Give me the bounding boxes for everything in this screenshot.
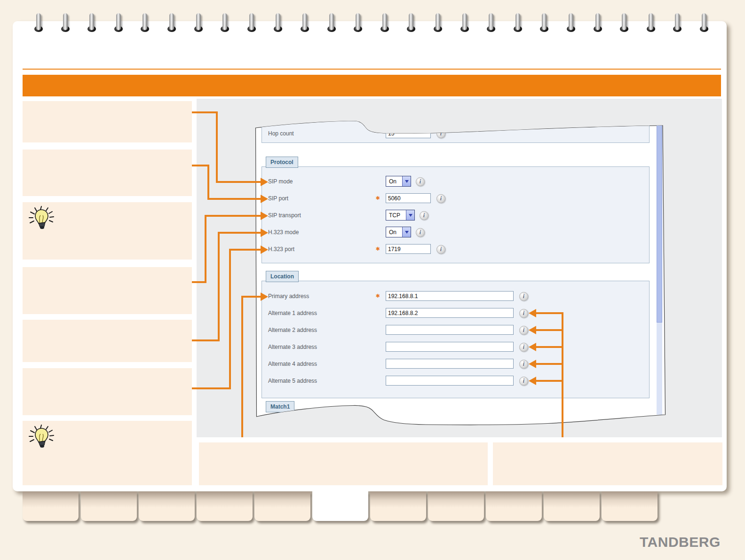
h323-mode-select[interactable]: On (386, 227, 411, 237)
binder-ring (513, 13, 523, 33)
info-icon[interactable]: i (436, 245, 445, 254)
field-row-h323-mode: H.323 mode On i (262, 226, 649, 238)
field-row-alternate-4-address: Alternate 4 address i (262, 358, 649, 370)
alternate-5-address-input[interactable] (386, 376, 514, 386)
arrowhead-alternate-5 (529, 377, 536, 385)
binder-ring (247, 13, 256, 33)
index-tab-6-active[interactable] (312, 491, 368, 521)
binder-ring (406, 13, 416, 33)
index-tab-11[interactable] (602, 491, 658, 521)
arrowhead-sip-transport (261, 212, 268, 220)
info-icon[interactable]: i (519, 309, 528, 318)
document-page: Protocol Location Match1 Hop count i SIP… (0, 0, 745, 560)
binder-ring (273, 13, 283, 33)
arrowhead-alternate-4 (529, 360, 536, 368)
field-label: SIP mode (268, 178, 293, 185)
match1-legend: Match1 (266, 401, 294, 412)
index-tab-3[interactable] (139, 491, 195, 521)
bottom-note-right (493, 442, 722, 485)
field-row-sip-port: SIP port ✱ i (262, 192, 649, 205)
sip-transport-select[interactable]: TCP (386, 210, 415, 221)
arrowhead-alternate-2 (529, 326, 536, 334)
binder-ring (539, 13, 549, 33)
index-tab-5[interactable] (254, 491, 310, 521)
alternate-2-address-input[interactable] (386, 325, 514, 335)
field-label: Alternate 5 address (268, 378, 317, 384)
field-row-alternate-3-address: Alternate 3 address i (262, 341, 649, 353)
required-asterisk-icon: ✱ (374, 293, 381, 299)
index-tab-10[interactable] (544, 491, 600, 521)
arrowhead-alternate-1 (529, 309, 536, 317)
info-icon[interactable]: i (420, 211, 428, 220)
callout-note-2 (23, 150, 192, 196)
field-label: Alternate 1 address (268, 310, 317, 316)
scrollbar-thumb[interactable] (657, 123, 662, 323)
tandberg-logo: TANDBERG (640, 534, 722, 550)
primary-address-input[interactable] (386, 291, 514, 301)
field-row-alternate-2-address: Alternate 2 address i (262, 324, 649, 336)
binder-ring (34, 13, 43, 33)
binder-ring (353, 13, 363, 33)
field-label: SIP transport (268, 212, 301, 219)
required-asterisk-icon: ✱ (374, 246, 381, 252)
info-icon[interactable]: i (519, 292, 528, 301)
lightbulb-tip-icon (28, 206, 55, 235)
binder-ring (220, 13, 230, 33)
binder-ring (646, 13, 656, 33)
sip-mode-select[interactable]: On (386, 176, 411, 187)
h323-port-input[interactable] (386, 244, 431, 254)
protocol-legend: Protocol (266, 157, 298, 168)
binder-ring (673, 13, 682, 33)
index-tab-9[interactable] (486, 491, 542, 521)
callout-note-1 (23, 101, 192, 142)
field-row-primary-address: Primary address ✱ i (262, 290, 649, 302)
chevron-down-icon (402, 176, 411, 186)
bottom-note-center (199, 442, 488, 485)
binder-ring (460, 13, 469, 33)
arrowhead-h323-port (261, 245, 268, 254)
field-label: H.323 mode (268, 229, 299, 236)
info-icon[interactable]: i (436, 194, 445, 203)
binder-ring (593, 13, 602, 33)
alternate-3-address-input[interactable] (386, 342, 514, 352)
info-icon[interactable]: i (519, 377, 528, 386)
index-tab-2[interactable] (81, 491, 137, 521)
info-icon[interactable]: i (416, 228, 425, 237)
field-label: Alternate 3 address (268, 344, 317, 350)
binder-ring (486, 13, 496, 33)
required-asterisk-icon: ✱ (374, 195, 381, 201)
field-row-sip-transport: SIP transport TCP i (262, 209, 649, 221)
binder-ring (619, 13, 629, 33)
info-icon[interactable]: i (416, 177, 425, 186)
arrowhead-primary-address (261, 292, 268, 301)
field-label: Hop count (268, 130, 294, 137)
index-tab-8[interactable] (428, 491, 484, 521)
info-icon[interactable]: i (519, 343, 528, 352)
header-accent-line (23, 69, 721, 70)
arrowhead-h323-mode (261, 229, 268, 237)
index-tab-7[interactable] (370, 491, 426, 521)
lightbulb-tip-icon (28, 425, 55, 454)
field-label: SIP port (268, 195, 288, 202)
callout-note-tip-1 (23, 202, 192, 260)
chevron-down-icon (406, 210, 414, 220)
alternate-1-address-input[interactable] (386, 308, 514, 318)
binder-ring (194, 13, 203, 33)
binder-ring (433, 13, 443, 33)
binder-ring (167, 13, 176, 33)
field-row-h323-port: H.323 port ✱ i (262, 243, 649, 255)
info-icon[interactable]: i (519, 360, 528, 369)
index-tab-1[interactable] (23, 491, 79, 521)
index-tab-4[interactable] (197, 491, 253, 521)
field-row-alternate-1-address: Alternate 1 address i (262, 307, 649, 319)
header-title-bar (23, 75, 721, 96)
callout-note-3 (23, 267, 192, 314)
field-label: Primary address (268, 293, 309, 300)
binder-ring (87, 13, 96, 33)
info-icon[interactable]: i (519, 326, 528, 335)
sip-port-input[interactable] (386, 193, 431, 203)
binder-ring (327, 13, 336, 33)
binder-ring (61, 13, 70, 33)
alternate-4-address-input[interactable] (386, 359, 514, 369)
arrowhead-alternate-3 (529, 343, 536, 351)
